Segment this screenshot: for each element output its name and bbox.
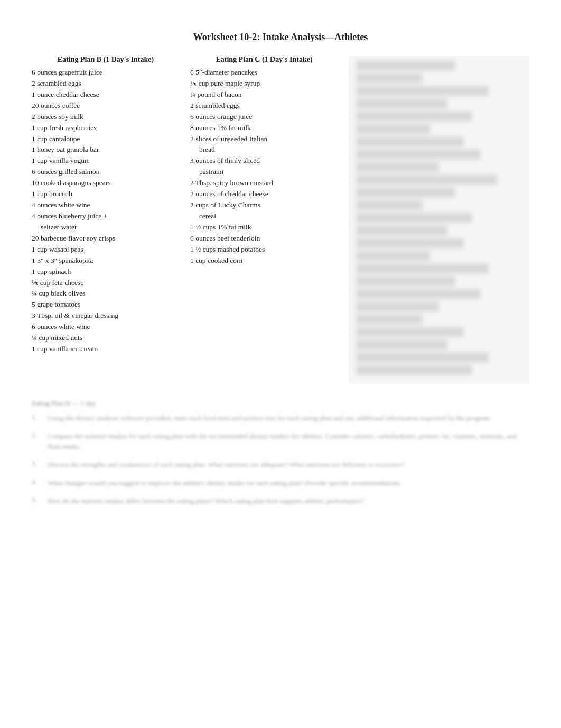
question-text: What changes would you suggest to improv… <box>48 478 402 489</box>
list-item: ¼ cup mixed nuts <box>32 333 180 344</box>
blurred-line <box>356 289 481 299</box>
blurred-line <box>356 124 431 134</box>
blurred-line <box>356 99 447 108</box>
question-block: 5.How do the nutrient intakes differ bet… <box>32 496 529 506</box>
eating-plan-b-column: Eating Plan B (1 Day's Intake) 6 ounces … <box>32 56 190 383</box>
question-number: 3. <box>32 459 43 470</box>
question-number: 1. <box>32 413 43 423</box>
list-item: 1 honey oat granola bar <box>32 144 180 155</box>
list-item: 8 ounces 1% fat milk <box>190 123 338 134</box>
list-item: 6 ounces beef tenderloin <box>190 233 338 244</box>
plan-c-list: 6 5″-diameter pancakes¹⁄₃ cup pure maple… <box>190 67 338 266</box>
blurred-line <box>356 340 447 349</box>
list-item: 10 cooked asparagus spears <box>32 178 180 189</box>
list-item: 1 ½ cups mashed potatoes <box>190 244 338 255</box>
list-item: ¼ pound of bacon <box>190 89 338 100</box>
blurred-line <box>356 200 423 210</box>
question-text: Compare the nutrient intakes for each ea… <box>48 431 529 452</box>
plan-b-list: 6 ounces grapefruit juice2 scrambled egg… <box>32 67 180 355</box>
list-item: 2 ounces of cheddar cheese <box>190 189 338 200</box>
list-item: 1 ½ cups 1% fat milk <box>190 222 338 233</box>
list-item: 1 cup cooked corn <box>190 255 338 266</box>
question-block: 2.Compare the nutrient intakes for each … <box>32 431 529 452</box>
question-block: 1.Using the dietary analysis software pr… <box>32 413 529 423</box>
list-item: 6 ounces grilled salmon <box>32 167 180 178</box>
questions-section: Eating Plan D — 1 day 1.Using the dietar… <box>32 399 529 506</box>
list-item: 1 cup vanilla yogurt <box>32 155 180 167</box>
blurred-line <box>356 226 447 235</box>
list-item: 4 ounces blueberry juice + seltzer water <box>32 211 180 233</box>
blurred-line <box>356 162 439 172</box>
list-item: 1 cup broccoli <box>32 189 180 200</box>
list-item: 2 cups of Lucky Charms cereal <box>190 200 338 222</box>
list-item: 6 5″-diameter pancakes <box>190 67 338 78</box>
list-item: 6 ounces white wine <box>32 321 180 333</box>
plan-c-heading: Eating Plan C (1 Day's Intake) <box>190 56 338 64</box>
page-title: Worksheet 10-2: Intake Analysis—Athletes <box>32 32 529 43</box>
list-item: ¹⁄₃ cup pure maple syrup <box>190 78 338 89</box>
blurred-line <box>356 73 423 83</box>
list-item: ¹⁄₃ cup feta cheese <box>32 278 180 289</box>
blurred-line <box>356 251 431 261</box>
list-item: 2 Tbsp. spicy brown mustard <box>190 178 338 189</box>
blurred-line <box>356 175 497 185</box>
redacted-column <box>349 56 529 383</box>
blurred-line <box>356 277 455 286</box>
question-block: 4.What changes would you suggest to impr… <box>32 478 529 489</box>
list-item: 1 ounce cheddar cheese <box>32 89 180 100</box>
list-item: 2 scrambled eggs <box>32 78 180 89</box>
list-item: 1 cup spinach <box>32 266 180 278</box>
list-item: 4 ounces white wine <box>32 200 180 211</box>
question-number: 2. <box>32 431 43 452</box>
blurred-line <box>356 61 455 70</box>
plan-b-heading: Eating Plan B (1 Day's Intake) <box>32 56 180 64</box>
question-text: Using the dietary analysis software prov… <box>48 413 491 423</box>
list-item: ¼ cup black olives <box>32 288 180 299</box>
list-item: 20 barbecue flavor soy crisps <box>32 233 180 244</box>
question-text: Discuss the strengths and weaknesses of … <box>48 459 405 470</box>
question-number: 5. <box>32 496 43 506</box>
list-item: 3 Tbsp. oil & vinegar dressing <box>32 310 180 321</box>
list-item: 3 ounces of thinly sliced pastrami <box>190 155 338 178</box>
blurred-line <box>356 137 464 146</box>
list-item: 2 scrambled eggs <box>190 100 338 112</box>
list-item: 6 ounces grapefruit juice <box>32 67 180 78</box>
question-text: How do the nutrient intakes differ betwe… <box>48 496 364 506</box>
blurred-line <box>356 86 489 96</box>
list-item: 1 cup cantaloupe <box>32 134 180 145</box>
list-item: 2 ounces soy milk <box>32 112 180 123</box>
blurred-line <box>356 238 464 248</box>
blurred-line <box>356 188 455 197</box>
blurred-line <box>356 353 489 362</box>
list-item: 2 slices of unseeded Italian bread <box>190 134 338 156</box>
list-item: 5 grape tomatoes <box>32 299 180 310</box>
main-content: Eating Plan B (1 Day's Intake) 6 ounces … <box>32 56 529 383</box>
blurred-line <box>356 150 481 159</box>
blurred-line <box>356 365 472 375</box>
blurred-line <box>356 327 464 337</box>
eating-plan-c-column: Eating Plan C (1 Day's Intake) 6 5″-diam… <box>190 56 349 383</box>
blurred-content <box>349 56 529 383</box>
list-item: 20 ounces coffee <box>32 100 180 112</box>
blurred-line <box>356 315 423 324</box>
blurred-line <box>356 213 472 223</box>
list-item: 1 3″ x 3″ spanakopita <box>32 255 180 266</box>
question-number: 4. <box>32 478 43 489</box>
list-item: 1 cup wasabi peas <box>32 244 180 255</box>
section-below-title: Eating Plan D — 1 day <box>32 399 529 408</box>
blurred-line <box>356 264 489 273</box>
list-item: 6 ounces orange juice <box>190 112 338 123</box>
list-item: 1 cup vanilla ice cream <box>32 344 180 355</box>
blurred-line <box>356 112 472 121</box>
list-item: 1 cup fresh raspberries <box>32 123 180 134</box>
question-block: 3.Discuss the strengths and weaknesses o… <box>32 459 529 470</box>
blurred-line <box>356 302 439 311</box>
